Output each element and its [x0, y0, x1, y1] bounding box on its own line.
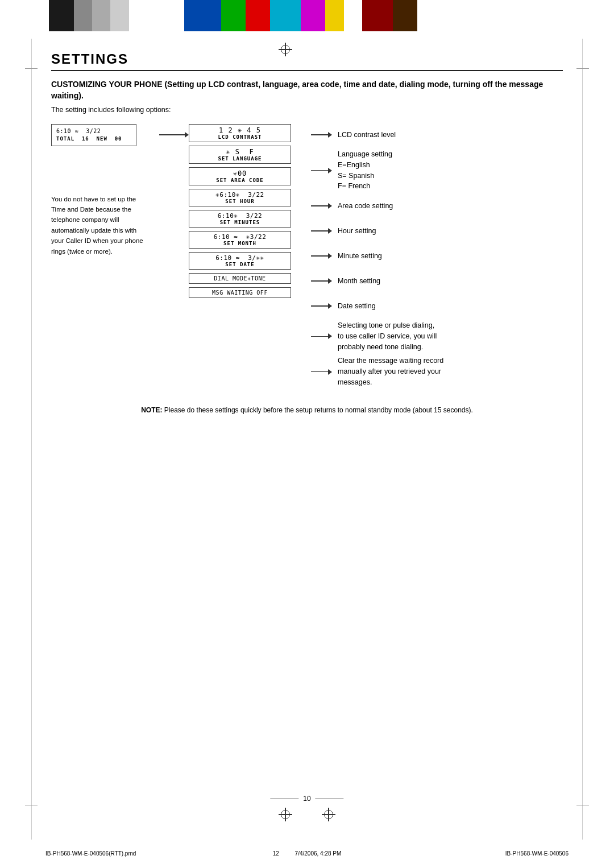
menu-item-set-area-code: ✳00 SET AREA CODE [189, 167, 291, 185]
intro-text: The setting includes following options: [51, 106, 563, 114]
left-side-text: You do not have to set up the Time and D… [51, 194, 151, 257]
desc-dial-mode: Selecting tone or pulse dialing,to use c… [311, 320, 563, 352]
menu-item-set-month: 6:10 ≈ ✳3/22 SET MONTH [189, 231, 291, 249]
desc-date: Date setting [311, 295, 563, 317]
page-number: 10 [270, 795, 343, 803]
desc-minute: Minute setting [311, 245, 563, 267]
color-bar [0, 0, 614, 31]
tick-mark [25, 805, 38, 805]
menu-item-dial-mode: DIAL MODE✳TONE [189, 273, 291, 284]
note-section: NOTE: Please do these settings quickly b… [51, 405, 563, 415]
desc-language: Language settingE=EnglishS= SpanishF= Fr… [311, 149, 563, 192]
registration-mark [279, 808, 292, 821]
footer-right: IB-PH568-WM-E-040506 [505, 850, 569, 857]
footer-left: IB-PH568-WM-E-040506(RTT).pmd [45, 850, 136, 857]
menu-item-lcd-contrast: 1 2 ✳ 4 5 LCD CONTRAST [189, 124, 291, 142]
desc-month: Month setting [311, 270, 563, 292]
menu-item-set-language: ✳ S F SET LANGUAGE [189, 146, 291, 164]
footer-center: 12 7/4/2006, 4:28 PM [273, 850, 342, 857]
desc-msg-waiting: Clear the message waiting recordmanually… [311, 356, 563, 387]
menu-item-msg-waiting: MSG WAITING OFF [189, 287, 291, 298]
menu-item-set-hour: ✳6:10✳ 3/22 SET HOUR [189, 189, 291, 206]
tick-mark [25, 68, 38, 69]
tick-mark [576, 805, 589, 805]
border-left [31, 39, 32, 840]
page-title: SETTINGS [51, 51, 128, 67]
registration-mark [322, 808, 335, 821]
desc-hour: Hour setting [311, 220, 563, 242]
page-subtitle: CUSTOMIZING YOUR PHONE (Setting up LCD c… [51, 79, 563, 101]
desc-lcd-contrast: LCD contrast level [311, 124, 563, 146]
menu-item-set-minutes: 6:10✳ 3/22 SET MINUTES [189, 210, 291, 228]
desc-area-code: Area code setting [311, 195, 563, 217]
menu-item-set-date: 6:10 ≈ 3/✳✳ SET DATE [189, 252, 291, 270]
border-right [582, 39, 583, 840]
tick-mark [576, 68, 589, 69]
phone-display: 6:10 ≈ 3/22 TOTAL 16 NEW 00 [51, 124, 136, 146]
